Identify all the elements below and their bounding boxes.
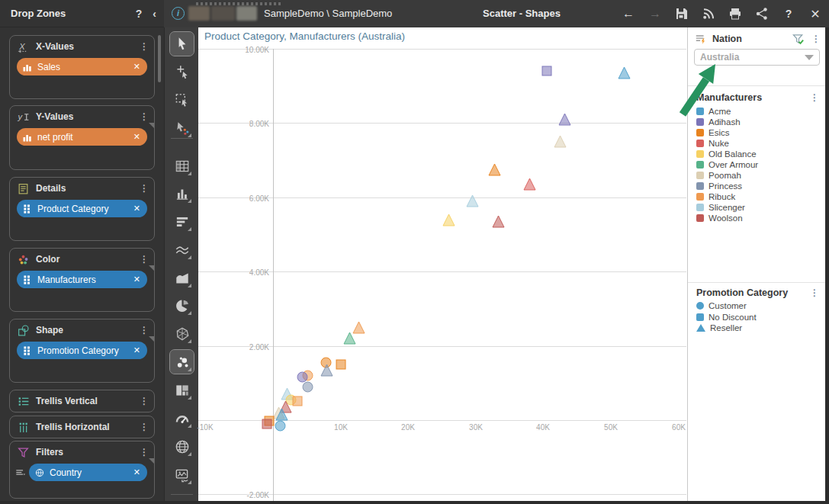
drop-zone-x-values[interactable]: XX-Values⋮Sales✕ xyxy=(9,35,155,99)
drop-zone-trellis-vertical[interactable]: Trellis Vertical⋮ xyxy=(9,390,155,413)
legend-item-esics[interactable]: Esics xyxy=(696,127,822,138)
panel-help-icon[interactable]: ? xyxy=(136,8,143,20)
drop-zone-label: Filters xyxy=(36,447,140,457)
panel-scrollbar[interactable] xyxy=(158,35,161,82)
legend-item-customer[interactable]: Customer xyxy=(696,300,822,312)
map-chart-tool[interactable] xyxy=(170,435,194,458)
kebab-menu-icon[interactable]: ⋮ xyxy=(140,448,149,456)
pill-net-profit[interactable]: net profit✕ xyxy=(17,128,147,146)
line-chart-tool[interactable] xyxy=(170,238,194,262)
pill-label: Product Category xyxy=(37,204,129,214)
kebab-menu-icon[interactable]: ⋮ xyxy=(140,185,149,192)
scatter-point[interactable] xyxy=(336,359,346,370)
scatter-point[interactable] xyxy=(492,215,505,228)
panel-collapse-icon[interactable]: ‹ xyxy=(153,8,156,20)
pill-product-category[interactable]: Product Category✕ xyxy=(17,200,147,217)
scatter-point[interactable] xyxy=(302,381,313,393)
back-icon[interactable]: ← xyxy=(621,6,636,21)
legend-item-over-armour[interactable]: Over Armour xyxy=(696,159,822,170)
scatter-point[interactable] xyxy=(618,66,631,79)
promotion-kebab-menu-icon[interactable]: ⋮ xyxy=(810,289,819,297)
treemap-chart-tool[interactable] xyxy=(170,378,194,402)
breadcrumb: SampleDemo \ SampleDemo xyxy=(264,8,392,19)
remove-pill-icon[interactable]: ✕ xyxy=(133,132,140,142)
kebab-menu-icon[interactable]: ⋮ xyxy=(140,113,149,120)
column-chart-icon xyxy=(174,185,191,202)
legend-item-no-discount[interactable]: No Discount xyxy=(696,312,822,323)
remove-pill-icon[interactable]: ✕ xyxy=(133,467,140,477)
pill-promotion-category[interactable]: Promotion Category✕ xyxy=(17,342,147,359)
scatter-chart-tool[interactable] xyxy=(170,350,194,374)
legend-item-old-balance[interactable]: Old Balance xyxy=(696,149,822,159)
scatter-plot[interactable]: 10.00K8.00K6.00K4.00K2.00K-2.00K-10K10K2… xyxy=(198,27,687,501)
close-icon[interactable]: ✕ xyxy=(808,6,823,21)
image-tool[interactable] xyxy=(170,463,194,486)
filter-applied-icon[interactable] xyxy=(792,33,805,46)
kebab-menu-icon[interactable]: ⋮ xyxy=(140,423,149,431)
help-icon[interactable]: ? xyxy=(781,6,796,21)
point-select-tool[interactable] xyxy=(170,59,194,83)
legend-item-woolson[interactable]: Woolson xyxy=(696,213,822,223)
gridline xyxy=(198,271,686,272)
pill-country[interactable]: Country✕ xyxy=(29,464,147,481)
scatter-point[interactable] xyxy=(541,66,552,76)
scatter-point[interactable] xyxy=(320,364,333,377)
nation-dropdown[interactable]: Australia xyxy=(694,49,820,66)
marquee-select-tool[interactable] xyxy=(170,88,194,111)
forward-icon[interactable]: → xyxy=(647,6,663,21)
legend-item-nuke[interactable]: Nuke xyxy=(696,138,822,149)
info-icon[interactable]: i xyxy=(172,7,185,20)
scatter-point[interactable] xyxy=(523,178,536,191)
drop-zone-color[interactable]: Color⋮Manufacturers✕ xyxy=(9,248,155,312)
legend-item-acme[interactable]: Acme xyxy=(696,106,822,117)
pill-manufacturers[interactable]: Manufacturers✕ xyxy=(17,271,147,288)
bar-chart-tool[interactable] xyxy=(170,210,194,233)
remove-pill-icon[interactable]: ✕ xyxy=(133,274,140,284)
feed-icon[interactable] xyxy=(701,6,716,21)
drop-zone-shape[interactable]: Shape⋮Promotion Category✕ xyxy=(9,319,155,383)
remove-pill-icon[interactable]: ✕ xyxy=(133,345,140,355)
drop-zone-trellis-horizontal[interactable]: Trellis Horizontal⋮ xyxy=(9,416,155,438)
x-values-icon: X xyxy=(17,40,30,53)
panel-resize-handle[interactable] xyxy=(196,2,281,5)
scatter-point[interactable] xyxy=(275,408,288,421)
drop-zone-filters[interactable]: Filters⋮Country✕ xyxy=(9,441,155,499)
share-icon[interactable] xyxy=(754,6,770,21)
nation-kebab-menu-icon[interactable]: ⋮ xyxy=(811,35,821,43)
pill-sales[interactable]: Sales✕ xyxy=(17,58,147,75)
scatter-point[interactable] xyxy=(554,135,567,148)
scatter-point[interactable] xyxy=(442,213,455,226)
drop-zone-y-values[interactable]: yY-Values⋮net profit✕ xyxy=(9,105,155,170)
legend-item-poomah[interactable]: Poomah xyxy=(696,170,822,181)
kebab-menu-icon[interactable]: ⋮ xyxy=(140,43,149,50)
highlight-select-tool[interactable] xyxy=(170,116,194,140)
radar-chart-tool[interactable] xyxy=(170,322,194,345)
remove-pill-icon[interactable]: ✕ xyxy=(133,62,140,72)
legend-item-slicenger[interactable]: Slicenger xyxy=(696,202,822,213)
legend-item-ribuck[interactable]: Ribuck xyxy=(696,191,822,202)
manufacturers-kebab-menu-icon[interactable]: ⋮ xyxy=(810,94,819,101)
legend-item-princess[interactable]: Princess xyxy=(696,181,822,191)
kebab-menu-icon[interactable]: ⋮ xyxy=(140,326,149,334)
scatter-point[interactable] xyxy=(292,396,303,406)
column-chart-tool[interactable] xyxy=(170,181,194,205)
legend-item-adihash[interactable]: Adihash xyxy=(696,117,822,127)
scatter-point[interactable] xyxy=(275,420,286,432)
remove-pill-icon[interactable]: ✕ xyxy=(133,204,140,213)
save-icon[interactable] xyxy=(674,6,689,21)
pointer-tool[interactable] xyxy=(170,32,194,56)
pie-chart-tool[interactable] xyxy=(170,294,194,317)
scatter-point[interactable] xyxy=(466,194,479,207)
legend-item-reseller[interactable]: Reseller xyxy=(696,323,822,334)
grid-view-tool[interactable] xyxy=(170,154,194,178)
drop-zone-details[interactable]: Details⋮Product Category✕ xyxy=(9,177,155,241)
filter-lines-icon[interactable] xyxy=(14,467,27,478)
scatter-point[interactable] xyxy=(558,113,571,126)
kebab-menu-icon[interactable]: ⋮ xyxy=(140,255,149,263)
print-icon[interactable] xyxy=(728,6,743,21)
scatter-point[interactable] xyxy=(488,163,501,176)
scatter-point[interactable] xyxy=(343,332,356,345)
kebab-menu-icon[interactable]: ⋮ xyxy=(140,397,149,405)
scatter-point[interactable] xyxy=(262,419,272,429)
area-chart-tool[interactable] xyxy=(170,266,194,290)
